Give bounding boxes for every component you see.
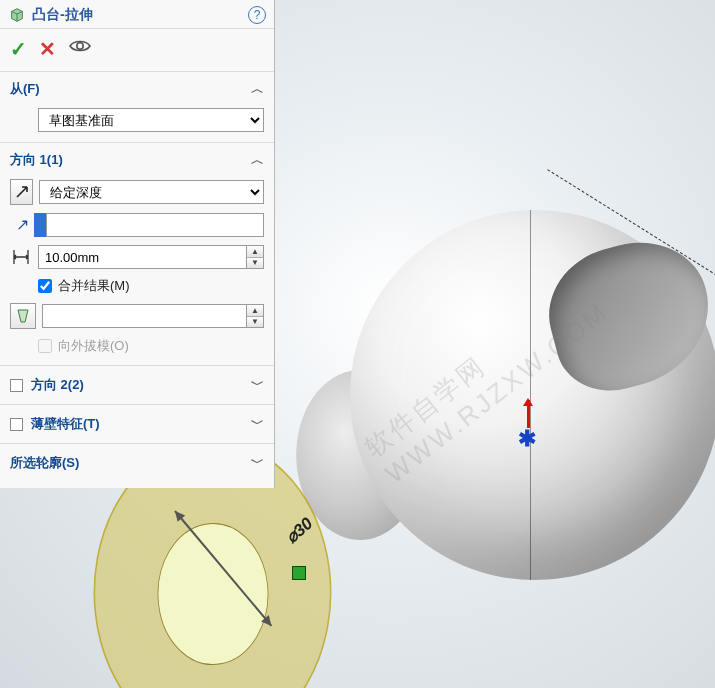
from-label: 从(F)	[10, 80, 40, 98]
direction2-label: 方向 2(2)	[31, 376, 84, 394]
origin-triad[interactable]: ✱	[515, 400, 545, 450]
spinner-up-icon[interactable]: ▲	[247, 246, 263, 258]
chevron-up-icon: ︿	[251, 80, 264, 98]
detailed-preview-button[interactable]	[68, 37, 92, 55]
draft-outward-checkbox	[38, 339, 52, 353]
depth-spinner[interactable]: ▲ ▼	[246, 245, 264, 269]
direction1-section: 方向 1(1) ︿ 给定深度 ↗	[0, 143, 274, 366]
command-row: ✓ ✕	[0, 29, 274, 72]
sketch-origin-point[interactable]	[292, 566, 306, 580]
thin-feature-section-header[interactable]: 薄壁特征(T) ﹀	[0, 405, 274, 444]
panel-header: 凸台-拉伸 ?	[0, 0, 274, 29]
feature-icon	[8, 6, 26, 24]
spinner-down-icon[interactable]: ▼	[247, 258, 263, 269]
cancel-button[interactable]: ✕	[39, 37, 56, 61]
thin-feature-enable-checkbox[interactable]	[10, 418, 23, 431]
panel-title: 凸台-拉伸	[32, 6, 242, 24]
selected-contours-section-header[interactable]: 所选轮廓(S) ﹀	[0, 444, 274, 482]
draft-spinner[interactable]: ▲ ▼	[246, 304, 264, 328]
chevron-down-icon: ﹀	[251, 415, 264, 433]
draft-on-off-button[interactable]	[10, 303, 36, 329]
chevron-down-icon: ﹀	[251, 454, 264, 472]
from-section-header[interactable]: 从(F) ︿	[0, 72, 274, 104]
selection-highlight	[34, 213, 46, 237]
ok-button[interactable]: ✓	[10, 37, 27, 61]
svg-point-0	[77, 43, 83, 49]
merge-result-checkbox[interactable]	[38, 279, 52, 293]
property-manager-panel: 凸台-拉伸 ? ✓ ✕ 从(F) ︿ 草图基准面 方向 1(1) ︿	[0, 0, 275, 488]
thin-feature-label: 薄壁特征(T)	[31, 415, 100, 433]
draft-angle-input[interactable]	[42, 304, 246, 328]
draft-outward-row: 向外拔模(O)	[10, 337, 264, 355]
draft-outward-label: 向外拔模(O)	[58, 337, 129, 355]
depth-dimension-icon	[10, 248, 32, 266]
help-button[interactable]: ?	[248, 6, 266, 24]
direction2-enable-checkbox[interactable]	[10, 379, 23, 392]
direction-vector-input[interactable]	[46, 213, 264, 237]
start-condition-select[interactable]: 草图基准面	[38, 108, 264, 132]
spinner-down-icon[interactable]: ▼	[247, 317, 263, 328]
merge-result-label: 合并结果(M)	[58, 277, 130, 295]
selected-contours-label: 所选轮廓(S)	[10, 454, 79, 472]
from-section: 从(F) ︿ 草图基准面	[0, 72, 274, 143]
direction1-label: 方向 1(1)	[10, 151, 63, 169]
reverse-direction-button[interactable]	[10, 179, 33, 205]
chevron-up-icon: ︿	[251, 151, 264, 169]
direction-vector-icon: ↗	[10, 215, 28, 235]
direction1-section-header[interactable]: 方向 1(1) ︿	[0, 143, 274, 175]
chevron-down-icon: ﹀	[251, 376, 264, 394]
depth-input[interactable]	[38, 245, 246, 269]
spinner-up-icon[interactable]: ▲	[247, 305, 263, 317]
merge-result-row[interactable]: 合并结果(M)	[10, 277, 264, 295]
direction2-section-header[interactable]: 方向 2(2) ﹀	[0, 366, 274, 405]
end-condition-select[interactable]: 给定深度	[39, 180, 264, 204]
